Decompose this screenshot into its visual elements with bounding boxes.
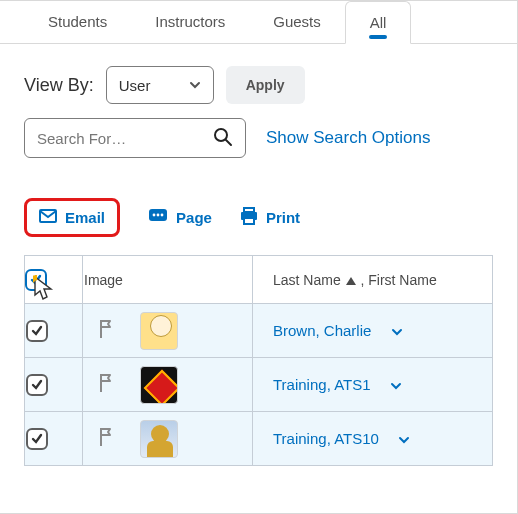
col-firstname-label: , First Name xyxy=(360,272,436,288)
tab-instructors[interactable]: Instructors xyxy=(131,1,249,43)
row-checkbox[interactable] xyxy=(26,320,48,342)
svg-rect-7 xyxy=(244,208,254,212)
table-row: Training, ATS1 xyxy=(25,358,493,412)
email-icon xyxy=(39,209,57,226)
flag-icon[interactable] xyxy=(98,319,114,342)
col-image: Image xyxy=(83,256,253,304)
viewby-selected: User xyxy=(119,77,151,94)
tabs-bar: Students Instructors Guests All xyxy=(0,0,517,44)
users-table: Image Last Name , First Name xyxy=(24,255,493,466)
print-icon xyxy=(240,207,258,228)
table-row: Training, ATS10 xyxy=(25,412,493,466)
avatar xyxy=(140,312,178,350)
tab-guests[interactable]: Guests xyxy=(249,1,345,43)
chevron-down-icon[interactable] xyxy=(390,325,404,339)
row-checkbox[interactable] xyxy=(26,428,48,450)
page-label: Page xyxy=(176,209,212,226)
row-checkbox[interactable] xyxy=(26,374,48,396)
chevron-down-icon xyxy=(189,77,201,94)
page-button[interactable]: Page xyxy=(148,208,212,227)
viewby-row: View By: User Apply xyxy=(24,66,493,104)
user-name: Brown, Charlie xyxy=(273,322,371,339)
table-row: Brown, Charlie xyxy=(25,304,493,358)
avatar xyxy=(140,366,178,404)
name-cell[interactable]: Training, ATS10 xyxy=(253,412,493,466)
page-icon xyxy=(148,208,168,227)
avatar xyxy=(140,420,178,458)
svg-marker-13 xyxy=(346,277,356,285)
user-name: Training, ATS1 xyxy=(273,376,371,393)
svg-point-5 xyxy=(157,214,160,217)
svg-point-0 xyxy=(215,129,227,141)
apply-button[interactable]: Apply xyxy=(226,66,305,104)
flag-icon[interactable] xyxy=(98,373,114,396)
search-placeholder: Search For… xyxy=(37,130,126,147)
print-button[interactable]: Print xyxy=(240,207,300,228)
show-search-options-link[interactable]: Show Search Options xyxy=(266,128,430,148)
svg-rect-9 xyxy=(244,218,254,224)
viewby-label: View By: xyxy=(24,75,94,96)
user-name: Training, ATS10 xyxy=(273,430,379,447)
sort-asc-icon xyxy=(345,276,357,286)
svg-line-1 xyxy=(226,140,231,145)
name-cell[interactable]: Training, ATS1 xyxy=(253,358,493,412)
col-lastname-label: Last Name xyxy=(273,272,341,288)
chevron-down-icon[interactable] xyxy=(397,433,411,447)
select-all-checkbox[interactable] xyxy=(25,269,47,291)
search-icon[interactable] xyxy=(213,127,233,150)
name-cell[interactable]: Brown, Charlie xyxy=(253,304,493,358)
svg-point-6 xyxy=(161,214,164,217)
email-label: Email xyxy=(65,209,105,226)
chevron-down-icon[interactable] xyxy=(389,379,403,393)
email-button[interactable]: Email xyxy=(24,198,120,237)
col-checkbox xyxy=(25,256,83,304)
print-label: Print xyxy=(266,209,300,226)
flag-icon[interactable] xyxy=(98,427,114,450)
search-row: Search For… Show Search Options xyxy=(24,118,493,158)
content-area: View By: User Apply Search For… Show Sea… xyxy=(0,44,517,466)
tab-all[interactable]: All xyxy=(345,1,412,44)
actions-row: Email Page Print xyxy=(24,198,493,237)
viewby-select[interactable]: User xyxy=(106,66,214,104)
tab-students[interactable]: Students xyxy=(24,1,131,43)
svg-point-4 xyxy=(153,214,156,217)
search-input[interactable]: Search For… xyxy=(24,118,246,158)
col-name[interactable]: Last Name , First Name xyxy=(253,256,493,304)
